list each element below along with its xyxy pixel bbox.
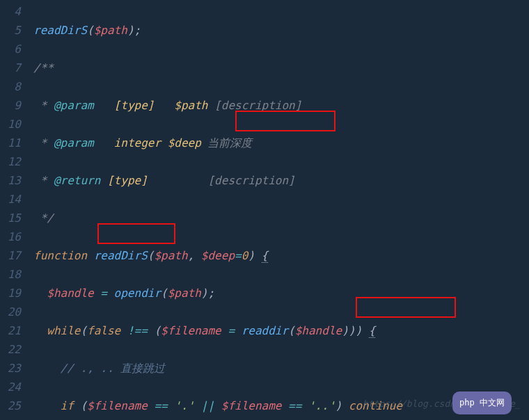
code-line: * @return [type] [description]: [33, 171, 529, 190]
code-line: */: [33, 209, 529, 227]
line-number-gutter: 4 5 6 7 8 9 10 11 12 13 14 15 16 17 18 1…: [0, 0, 28, 420]
php-logo-badge: php 中文网: [452, 391, 512, 414]
line-number: 24: [0, 378, 21, 396]
line-number: 4: [0, 2, 21, 21]
line-number: 10: [0, 115, 21, 134]
line-number: 9: [0, 96, 21, 115]
line-number: 17: [0, 246, 21, 265]
line-number: 25: [0, 396, 21, 415]
line-number: 12: [0, 152, 21, 171]
line-number: 21: [0, 321, 21, 340]
code-line: while(false !== ($filename = readdir($ha…: [33, 321, 529, 340]
code-line: * @param integer $deep 当前深度: [33, 134, 529, 152]
line-number: 15: [0, 209, 21, 227]
line-number: 5: [0, 21, 21, 40]
line-number: 11: [0, 134, 21, 152]
line-number: 14: [0, 190, 21, 209]
line-number: 18: [0, 265, 21, 284]
code-line: // ., .. 直接跳过: [33, 359, 529, 378]
line-number: 22: [0, 340, 21, 359]
code-line: readDirS($path);: [33, 21, 529, 40]
line-number: 13: [0, 171, 21, 190]
code-line: /**: [33, 58, 529, 77]
code-line: * @param [type] $path [description]: [33, 96, 529, 115]
line-number: 8: [0, 77, 21, 96]
line-number: 16: [0, 227, 21, 246]
line-number: 19: [0, 284, 21, 302]
line-number: 20: [0, 302, 21, 321]
line-number: 7: [0, 58, 21, 77]
code-area[interactable]: readDirS($path); /** * @param [type] $pa…: [28, 0, 529, 420]
line-number: 23: [0, 359, 21, 378]
code-line: function readDirS($path, $deep=0) {: [33, 246, 529, 265]
line-number: 6: [0, 40, 21, 58]
code-line: $handle = opendir($path);: [33, 284, 529, 302]
code-editor: 4 5 6 7 8 9 10 11 12 13 14 15 16 17 18 1…: [0, 0, 529, 420]
